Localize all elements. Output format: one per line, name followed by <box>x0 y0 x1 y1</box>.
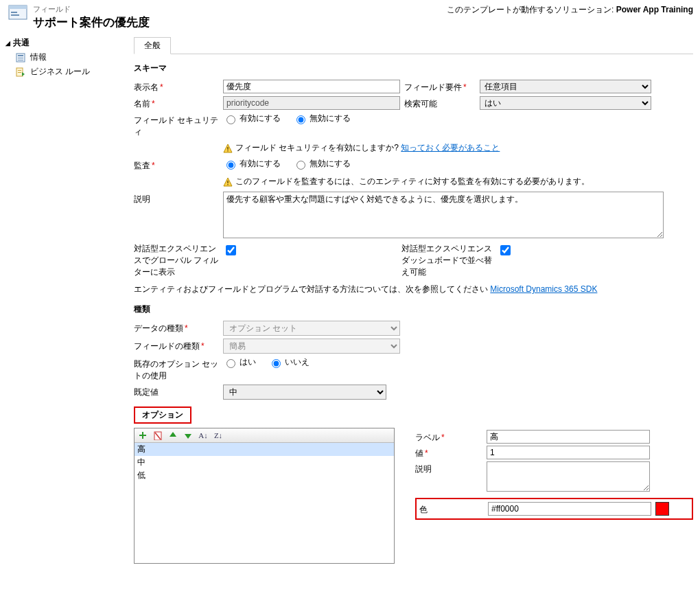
section-schema: スキーマ <box>134 62 693 74</box>
tab-general[interactable]: 全般 <box>134 37 171 54</box>
description-input[interactable]: 優先する顧客や重大な問題にすばやく対処できるように、優先度を選択します。 <box>223 192 664 238</box>
header-subtitle: フィールド <box>33 4 150 14</box>
tab-bar: 全般 <box>134 37 693 54</box>
name-input <box>223 96 400 110</box>
audit-disable-radio[interactable]: 無効にする <box>293 159 351 168</box>
option-color-row: 色 <box>415 498 693 520</box>
svg-rect-5 <box>18 55 23 56</box>
section-type: 種類 <box>134 304 693 315</box>
solution-label: このテンプレートが動作するソリューション: Power App Training <box>447 4 693 16</box>
security-info-link[interactable]: 知っておく必要があること <box>401 142 500 154</box>
svg-rect-9 <box>18 70 21 71</box>
security-enable-radio[interactable]: 有効にする <box>223 113 281 123</box>
svg-rect-12 <box>227 150 228 151</box>
svg-rect-16 <box>139 435 146 436</box>
sort-desc-icon[interactable]: Z↓ <box>213 430 224 441</box>
delete-option-icon[interactable] <box>152 430 163 441</box>
sidebar-group-common[interactable]: ◢ 共通 <box>0 36 127 50</box>
svg-rect-6 <box>18 58 23 58</box>
svg-rect-2 <box>11 12 17 13</box>
sdk-link[interactable]: Microsoft Dynamics 365 SDK <box>490 284 597 294</box>
data-type-select: オプション セット <box>223 321 400 336</box>
sort-asc-icon[interactable]: A↓ <box>198 430 209 441</box>
audit-enable-radio[interactable]: 有効にする <box>223 159 281 168</box>
option-item-mid[interactable]: 中 <box>135 456 394 469</box>
color-swatch[interactable] <box>655 502 669 516</box>
svg-rect-3 <box>11 14 19 16</box>
warning-icon <box>223 177 233 187</box>
entity-icon <box>7 4 29 21</box>
option-list[interactable]: 高 中 低 <box>135 443 394 563</box>
svg-rect-10 <box>18 72 21 73</box>
sidebar-item-business-rule[interactable]: ビジネス ルール <box>0 65 127 79</box>
option-item-high[interactable]: 高 <box>135 443 394 456</box>
rule-icon <box>15 67 26 78</box>
existing-yes-radio[interactable]: はい <box>223 357 256 367</box>
field-requirement-select[interactable]: 任意項目 <box>480 80 651 93</box>
add-option-icon[interactable] <box>137 430 148 441</box>
option-desc-input[interactable] <box>487 461 650 492</box>
default-value-select[interactable]: 中 <box>223 385 386 400</box>
security-disable-radio[interactable]: 無効にする <box>293 113 351 123</box>
existing-no-radio[interactable]: いいえ <box>268 357 310 367</box>
collapse-icon: ◢ <box>5 40 10 47</box>
svg-rect-14 <box>227 184 228 185</box>
svg-rect-13 <box>227 181 228 183</box>
interactive-global-checkbox[interactable] <box>226 245 236 255</box>
interactive-dashboard-checkbox[interactable] <box>500 245 511 255</box>
sidebar: ◢ 共通 情報 ビジネス ルール <box>0 33 127 607</box>
option-color-input[interactable] <box>488 502 651 516</box>
page-title: サポート案件の優先度 <box>33 14 150 30</box>
svg-rect-1 <box>9 5 27 9</box>
searchable-select[interactable]: はい <box>480 96 651 110</box>
option-label-input[interactable] <box>487 430 650 444</box>
sidebar-item-info[interactable]: 情報 <box>0 50 127 65</box>
svg-rect-7 <box>18 60 23 60</box>
option-item-low[interactable]: 低 <box>135 469 394 482</box>
option-list-panel: A↓ Z↓ 高 中 低 <box>134 428 395 564</box>
svg-rect-11 <box>227 147 228 150</box>
option-value-input[interactable] <box>487 446 650 459</box>
form-icon <box>15 52 26 63</box>
warning-icon <box>223 144 233 153</box>
move-down-icon[interactable] <box>183 430 194 441</box>
move-up-icon[interactable] <box>167 430 178 441</box>
field-type-select: 簡易 <box>223 339 400 354</box>
section-options: オプション <box>134 406 191 424</box>
display-name-input[interactable] <box>223 80 400 93</box>
